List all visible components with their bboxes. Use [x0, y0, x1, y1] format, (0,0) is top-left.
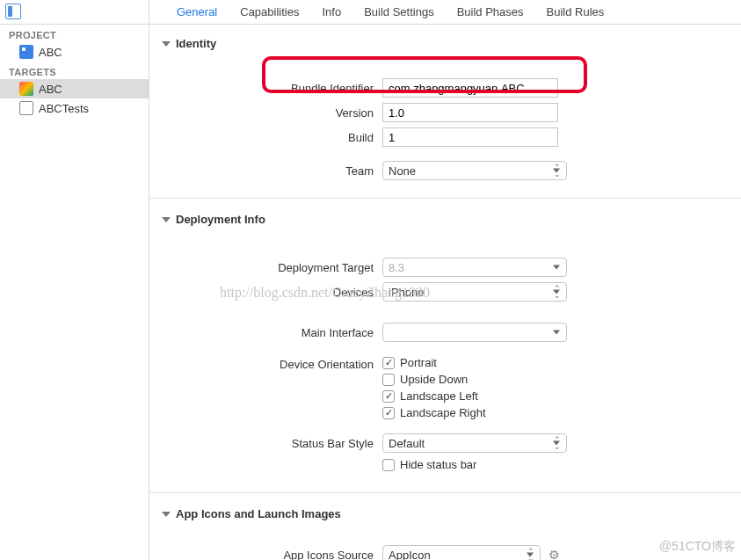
app-icons-select[interactable]: AppIcon ⌃⌄ [382, 545, 541, 560]
team-value: None [389, 164, 416, 178]
checkbox-icon [382, 459, 395, 471]
checkbox-icon [382, 407, 395, 419]
target-item-app[interactable]: ABC [0, 79, 149, 98]
project-item[interactable]: ABC [0, 42, 149, 62]
build-label: Build [149, 131, 382, 144]
app-icons-value: AppIcon [389, 549, 431, 561]
tab-bar: General Capabilities Info Build Settings… [149, 0, 741, 25]
tab-info[interactable]: Info [310, 0, 352, 25]
deployment-target-combo[interactable]: 8.3 [382, 258, 567, 277]
chk-landscape-left[interactable]: Landscape Left [382, 389, 486, 403]
gear-icon[interactable]: ⚙ [546, 547, 562, 560]
section-header-deployment[interactable]: Deployment Info [149, 213, 741, 226]
section-identity: Identity Bundle Identifier Version Build [149, 37, 741, 199]
chk-upside-down[interactable]: Upside Down [382, 373, 486, 386]
tab-build-rules[interactable]: Build Rules [535, 0, 616, 25]
main-interface-combo[interactable] [382, 323, 567, 342]
row-app-icons-source: App Icons Source AppIcon ⌃⌄ ⚙ [149, 545, 741, 560]
chk-portrait[interactable]: Portrait [382, 356, 486, 369]
team-select[interactable]: None ⌃⌄ [382, 161, 567, 180]
row-build: Build [149, 127, 741, 147]
checkbox-icon [382, 357, 395, 369]
targets-header: TARGETS [0, 62, 149, 79]
row-bundle-id: Bundle Identifier [149, 78, 741, 98]
row-team: Team None ⌃⌄ [149, 161, 741, 180]
target-label: ABCTests [39, 102, 89, 115]
section-deployment: Deployment Info Deployment Target 8.3 De… [149, 213, 741, 493]
test-target-icon [19, 101, 33, 115]
tab-capabilities[interactable]: Capabilities [229, 0, 310, 25]
bundle-id-label: Bundle Identifier [149, 82, 382, 95]
checkbox-icon [382, 374, 395, 386]
target-item-tests[interactable]: ABCTests [0, 98, 149, 118]
tab-general[interactable]: General [165, 0, 229, 25]
bundle-id-input[interactable] [382, 78, 558, 98]
disclosure-icon [162, 512, 171, 517]
project-label: ABC [39, 46, 62, 59]
checkbox-icon [382, 390, 395, 403]
target-label: ABC [39, 83, 62, 96]
status-bar-label: Status Bar Style [149, 437, 382, 450]
version-input[interactable] [382, 103, 558, 122]
devices-select[interactable]: iPhone ⌃⌄ [382, 282, 567, 302]
section-title: Deployment Info [176, 213, 265, 226]
deployment-target-value: 8.3 [389, 261, 404, 274]
panel-toggle-icon[interactable] [5, 4, 21, 19]
devices-label: Devices [149, 286, 382, 299]
chk-landscape-right[interactable]: Landscape Right [382, 406, 486, 419]
section-app-icons: App Icons and Launch Images App Icons So… [149, 507, 741, 560]
row-deployment-target: Deployment Target 8.3 [149, 258, 741, 277]
row-orientation: Device Orientation Portrait Upside Down … [149, 356, 741, 423]
app-target-icon [19, 82, 33, 96]
devices-value: iPhone [389, 286, 424, 299]
build-input[interactable] [382, 127, 558, 147]
form-area: Identity Bundle Identifier Version Build [149, 25, 741, 560]
project-header: PROJECT [0, 25, 149, 42]
row-devices: Devices iPhone ⌃⌄ [149, 282, 741, 302]
main-pane: General Capabilities Info Build Settings… [149, 0, 741, 560]
project-icon [19, 45, 33, 59]
section-title: Identity [176, 37, 216, 50]
sidebar-toolbar [0, 0, 149, 25]
tab-build-settings[interactable]: Build Settings [352, 0, 446, 25]
chk-hide-status[interactable]: Hide status bar [382, 458, 476, 471]
row-status-bar: Status Bar Style Default ⌃⌄ [149, 433, 741, 453]
disclosure-icon [162, 217, 171, 222]
section-title: App Icons and Launch Images [176, 507, 341, 520]
main-interface-label: Main Interface [149, 326, 382, 339]
status-bar-value: Default [389, 437, 425, 450]
row-hide-status: Hide status bar [149, 458, 741, 475]
deployment-target-label: Deployment Target [149, 261, 382, 274]
section-header-identity[interactable]: Identity [149, 37, 741, 50]
orientation-label: Device Orientation [149, 356, 382, 371]
row-main-interface: Main Interface [149, 323, 741, 342]
disclosure-icon [162, 41, 171, 47]
section-header-icons[interactable]: App Icons and Launch Images [149, 507, 741, 520]
app-icons-label: App Icons Source [149, 549, 382, 561]
status-bar-select[interactable]: Default ⌃⌄ [382, 433, 567, 453]
team-label: Team [149, 164, 382, 178]
tab-build-phases[interactable]: Build Phases [446, 0, 535, 25]
row-version: Version [149, 103, 741, 122]
version-label: Version [149, 106, 382, 120]
sidebar: PROJECT ABC TARGETS ABC ABCTests [0, 0, 149, 560]
